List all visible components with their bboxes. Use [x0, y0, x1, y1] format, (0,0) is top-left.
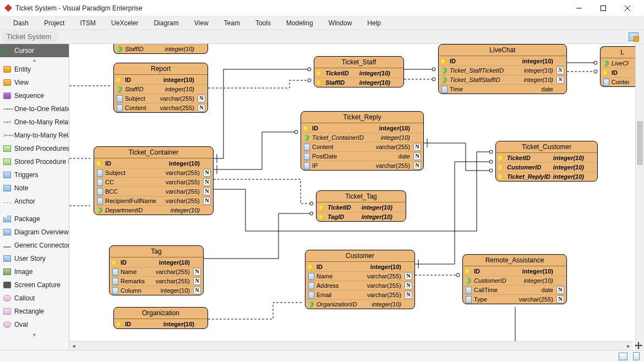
column-row[interactable]: Columninteger(10) [110, 286, 203, 295]
column-row[interactable]: Contentvarchar(255) [114, 103, 208, 112]
menu-project[interactable]: Project [36, 19, 72, 27]
palette-item-callout[interactable]: Callout [0, 292, 69, 305]
menu-team[interactable]: Team [216, 19, 248, 27]
palette-item-sequence[interactable]: Sequence [0, 89, 69, 102]
palette-item-note[interactable]: Note [0, 182, 69, 195]
maximize-button[interactable] [591, 1, 615, 16]
column-row[interactable]: IPvarchar(255) [301, 161, 423, 170]
entity-ticket_container[interactable]: Ticket_ContainerIDinteger(10)Subjectvarc… [94, 146, 214, 215]
column-row[interactable]: TicketIDinteger(10) [314, 68, 403, 78]
column-row[interactable]: Namevarchar(255) [110, 267, 203, 276]
column-row[interactable]: Subjectvarchar(255) [94, 168, 213, 177]
column-row[interactable]: BCCvarchar(255) [94, 187, 213, 196]
menu-tools[interactable]: Tools [248, 19, 279, 27]
entity-organization[interactable]: OrganizationIDinteger(10) [113, 307, 208, 329]
menu-uexceler[interactable]: UeXceler [103, 19, 146, 27]
entity-ticket_tag[interactable]: Ticket_TagTicketIDinteger(10)TagIDintege… [316, 190, 406, 222]
column-row[interactable]: IDinteger(10) [114, 319, 208, 328]
entity-ticket_reply[interactable]: Ticket_ReplyIDinteger(10)Ticket_Containe… [301, 111, 424, 171]
palette-item-view[interactable]: View [0, 76, 69, 89]
mail-icon[interactable] [619, 353, 627, 360]
column-row[interactable]: OrganizationIDinteger(10) [305, 299, 414, 309]
palette-scroll-up[interactable]: ▲ [0, 57, 69, 63]
column-row[interactable]: Ticket_StaffTicketIDinteger(10) [439, 65, 566, 75]
diagram-canvas[interactable]: StaffIDinteger(10)ReportIDinteger(10)Sta… [69, 44, 644, 350]
column-row[interactable]: IDinteger(10) [463, 266, 566, 276]
column-row[interactable]: IDinteger(10) [305, 262, 414, 271]
palette-item-many-to-many-relationship[interactable]: >⊶<Many-to-Many Relationship [0, 129, 69, 142]
palette-item-image[interactable]: Image [0, 265, 69, 278]
column-row[interactable]: Addressvarchar(255) [305, 281, 414, 290]
column-row[interactable]: Namevarchar(255) [305, 271, 414, 281]
column-row[interactable]: StaffIDinteger(10) [114, 44, 208, 53]
menu-diagram[interactable]: Diagram [146, 19, 186, 27]
column-row[interactable]: CallTimedate [463, 285, 566, 294]
document-icon[interactable] [633, 352, 640, 360]
palette-item-diagram-overview[interactable]: Diagram Overview [0, 226, 69, 239]
column-row[interactable]: StaffIDinteger(10) [314, 78, 403, 87]
entity-tag[interactable]: TagIDinteger(10)Namevarchar(255)Remarksv… [109, 245, 204, 295]
entity-ticket_staff[interactable]: Ticket_StaffTicketIDinteger(10)StaffIDin… [314, 56, 404, 87]
column-row[interactable]: Ticket_ReplyIDinteger(10) [496, 172, 597, 181]
palette-item-package[interactable]: Package [0, 212, 69, 226]
column-row[interactable]: Typevarchar(255) [463, 294, 566, 304]
entity-customer[interactable]: CustomerIDinteger(10)Namevarchar(255)Add… [305, 250, 415, 309]
column-row[interactable]: CustomerIDinteger(10) [496, 162, 597, 172]
column-row[interactable]: CustomerIDinteger(10) [463, 276, 566, 285]
close-button[interactable] [615, 1, 640, 16]
entity-remote_assist[interactable]: Remote_AssistanceIDinteger(10)CustomerID… [462, 254, 567, 304]
palette-item-oval[interactable]: Oval [0, 318, 69, 331]
menu-window[interactable]: Window [321, 19, 360, 27]
palette-item-screen-capture[interactable]: Screen Capture [0, 278, 69, 292]
column-row[interactable]: TicketIDinteger(10) [316, 202, 406, 212]
entity-staff_fragment[interactable]: StaffIDinteger(10) [113, 44, 208, 54]
breadcrumb[interactable]: Ticket System [2, 31, 60, 42]
palette-item-user-story[interactable]: User Story [0, 252, 69, 265]
minimize-button[interactable] [567, 1, 591, 16]
vertical-scrollbar[interactable] [635, 44, 644, 350]
entity-livechat[interactable]: LiveChatIDinteger(10)Ticket_StaffTicketI… [438, 44, 567, 94]
column-row[interactable]: Ticket_StaffStaffIDinteger(10) [439, 75, 566, 84]
column-row[interactable]: DepartmentIDinteger(10) [94, 205, 213, 215]
column-row[interactable]: Timedate [439, 84, 566, 94]
column-row[interactable]: IDinteger(10) [439, 56, 566, 65]
palette-item-anchor[interactable]: Anchor [0, 195, 69, 208]
palette-item-stored-procedures[interactable]: Stored Procedures [0, 142, 69, 155]
menu-itsm[interactable]: ITSM [72, 19, 103, 27]
menu-dash[interactable]: Dash [6, 19, 36, 27]
column-row[interactable]: StaffIDinteger(10) [114, 84, 208, 94]
pan-icon[interactable] [634, 341, 643, 350]
column-row[interactable]: IDinteger(10) [94, 158, 213, 168]
scroll-left-icon[interactable]: ◄ [69, 342, 78, 350]
column-row[interactable]: Subjectvarchar(255) [114, 94, 208, 103]
column-row[interactable]: IDinteger(10) [114, 75, 208, 84]
palette-item-one-to-one-relationship[interactable]: ⊶⊷One-to-One Relationship [0, 102, 69, 116]
menu-help[interactable]: Help [359, 19, 389, 27]
column-row[interactable]: Emailvarchar(255) [305, 290, 414, 299]
palette-item-stored-procedure-resultset[interactable]: Stored Procedure Resultset [0, 155, 69, 168]
palette-item-cursor[interactable]: Cursor [0, 44, 69, 57]
column-row[interactable]: CCvarchar(255) [94, 177, 213, 187]
palette-item-entity[interactable]: Entity [0, 63, 69, 76]
entity-ticket_customer[interactable]: Ticket_CustomerTicketIDinteger(10)Custom… [495, 141, 598, 182]
menu-view[interactable]: View [187, 19, 216, 27]
menu-modeling[interactable]: Modeling [279, 19, 321, 27]
horizontal-scrollbar[interactable]: ◄ ► [69, 341, 633, 350]
palette-item-rectangle[interactable]: Rectangle [0, 305, 69, 318]
column-row[interactable]: Ticket_ContainerIDinteger(10) [301, 133, 423, 142]
column-row[interactable]: TagIDinteger(10) [316, 212, 406, 221]
column-row[interactable]: IDinteger(10) [110, 257, 203, 267]
palette-item-one-to-many-relationship[interactable]: ⊶<One-to-Many Relationship [0, 116, 69, 129]
scroll-right-icon[interactable]: ► [624, 342, 633, 350]
column-row[interactable]: TicketIDinteger(10) [496, 153, 597, 162]
column-row[interactable]: Remarksvarchar(255) [110, 276, 203, 286]
palette-item-generic-connector[interactable]: Generic Connector [0, 239, 69, 252]
palette-item-triggers[interactable]: Triggers [0, 168, 69, 182]
column-row[interactable]: PostDatedate [301, 151, 423, 161]
entity-report[interactable]: ReportIDinteger(10)StaffIDinteger(10)Sub… [113, 63, 208, 113]
diagram-options-icon[interactable] [629, 32, 638, 41]
column-row[interactable]: Contentvarchar(255) [301, 142, 423, 151]
column-row[interactable]: RecipientFullNamevarchar(255) [94, 196, 213, 205]
column-row[interactable]: IDinteger(10) [301, 123, 423, 133]
palette-scroll-down[interactable]: ▼ [0, 331, 69, 339]
